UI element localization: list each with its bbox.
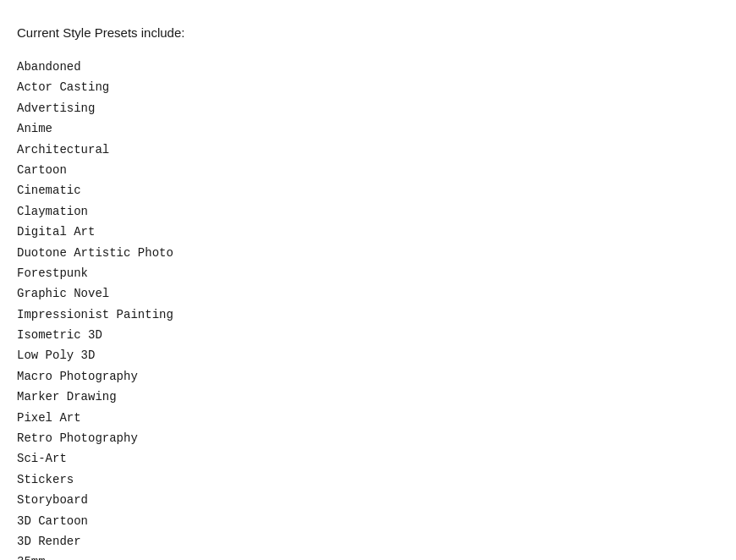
list-item: Retro Photography bbox=[17, 428, 719, 448]
list-item: Cinematic bbox=[17, 180, 719, 200]
list-item: 35mm bbox=[17, 552, 719, 560]
list-item: Forestpunk bbox=[17, 263, 719, 283]
list-item: Digital Art bbox=[17, 222, 719, 242]
presets-list: AbandonedActor CastingAdvertisingAnimeAr… bbox=[17, 57, 719, 560]
list-item: Storyboard bbox=[17, 490, 719, 510]
list-item: 3D Render bbox=[17, 531, 719, 552]
list-item: Low Poly 3D bbox=[17, 345, 719, 365]
list-item: Cartoon bbox=[17, 160, 719, 180]
list-item: Marker Drawing bbox=[17, 387, 719, 407]
list-item: Advertising bbox=[17, 98, 719, 118]
list-item: Pixel Art bbox=[17, 408, 719, 428]
list-item: Graphic Novel bbox=[17, 283, 719, 304]
list-item: Impressionist Painting bbox=[17, 305, 719, 325]
intro-text: Current Style Presets include: bbox=[17, 25, 719, 40]
list-item: Architectural bbox=[17, 140, 719, 160]
list-item: Actor Casting bbox=[17, 77, 719, 97]
list-item: 3D Cartoon bbox=[17, 511, 719, 531]
list-item: Stickers bbox=[17, 469, 719, 490]
list-item: Anime bbox=[17, 118, 719, 139]
list-item: Macro Photography bbox=[17, 366, 719, 387]
list-item: Duotone Artistic Photo bbox=[17, 243, 719, 263]
list-item: Isometric 3D bbox=[17, 325, 719, 345]
list-item: Abandoned bbox=[17, 57, 719, 77]
list-item: Sci-Art bbox=[17, 448, 719, 469]
list-item: Claymation bbox=[17, 201, 719, 222]
